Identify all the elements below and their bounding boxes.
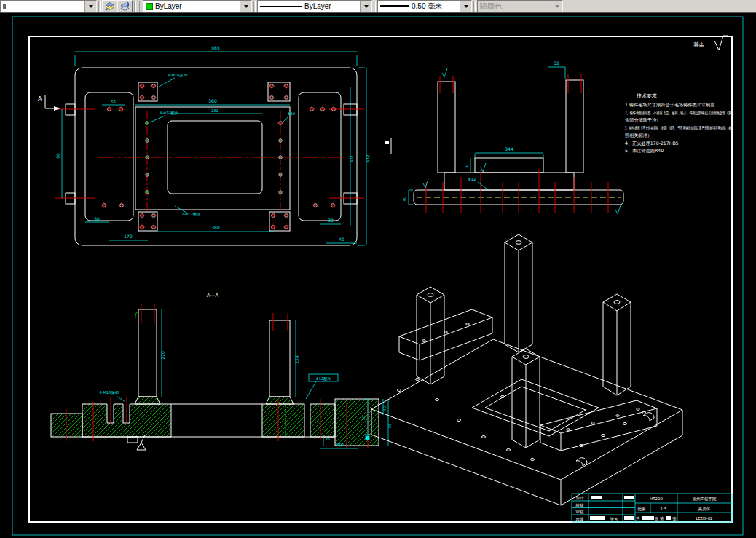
dim-label: 25	[326, 437, 330, 441]
dim-label: 270	[160, 351, 165, 360]
notes-line: 5、未注铸造圆R40	[625, 148, 664, 154]
chevron-down-icon[interactable]	[360, 1, 371, 12]
notes-line: 3、铸件表面上不允许有裂纹、砂眼、缩孔、气孔等铸造缺陷以及严重影响强度等缺陷（参	[625, 125, 731, 131]
layers-icon	[104, 1, 115, 12]
toolbar-separator	[134, 1, 136, 12]
layer-combo-value	[1, 1, 84, 12]
color-value: ByLayer	[155, 2, 182, 10]
section-view: A—A	[51, 293, 392, 450]
surface-finish-note: 其余	[693, 36, 728, 50]
dim-label: 281	[211, 108, 218, 113]
layer-properties-button[interactable]	[102, 0, 117, 12]
student-no-label: 学号	[610, 517, 619, 521]
dim-label: 344	[505, 146, 513, 151]
color-swatch	[146, 3, 153, 10]
color-combo[interactable]: ByLayer	[143, 0, 252, 12]
dim-label: 30	[328, 218, 334, 223]
front-view: 52 344 9 40 Φ12	[385, 60, 623, 214]
lineweight-value: 0.50 毫米	[412, 1, 442, 12]
dim-label: 8-M16深20	[168, 73, 187, 78]
material-value: HT200	[650, 497, 663, 501]
front-dimension-lines	[409, 67, 621, 214]
dim-label: 632	[365, 154, 370, 163]
chevron-down-icon	[551, 1, 562, 12]
redacted-name-box	[642, 516, 654, 520]
drawing-number: LEDS-02	[696, 516, 712, 521]
notes-title: 技术要求	[636, 93, 657, 99]
dim-label: 55	[111, 100, 116, 104]
dim-label: Φ10	[288, 111, 295, 116]
scale-value: 1:5	[661, 507, 667, 511]
section-marker-label: A	[38, 96, 42, 103]
part-name: 夹具体	[698, 507, 711, 511]
dim-label: 30	[361, 416, 366, 420]
lineweight-combo[interactable]: 0.50 毫米	[377, 0, 472, 12]
title-block: 设计 校核 审核 班级 学号 HT200 徐州工程学院 比例 1:5 夹具体 共…	[572, 494, 732, 522]
dim-label: 170	[124, 234, 133, 239]
dim-label: 280	[335, 442, 344, 447]
dim-label: 40	[402, 197, 406, 201]
linetype-combo[interactable]: ByLayer	[257, 0, 372, 12]
redacted-name-box	[624, 496, 634, 499]
title-row-label: 班级	[576, 517, 585, 521]
notes-line: 1.铸件毛坯尺寸须符合于毛坯铸件图尺寸制度	[625, 102, 714, 108]
title-row-label: 设计	[576, 496, 585, 500]
isometric-view: 30	[361, 234, 682, 505]
dim-label: 40	[382, 406, 387, 411]
school-name: 徐州工程学院	[693, 497, 717, 502]
sheet-unit-label: 张 第	[655, 516, 664, 521]
dim-label: 8-M16深40	[99, 390, 119, 395]
dim-label: 380	[211, 225, 220, 230]
roughness-icon	[714, 36, 728, 50]
dim-label: 52	[554, 60, 559, 66]
surface-note-text: 其余	[693, 41, 705, 48]
layer-current-icon	[119, 1, 130, 12]
notes-line: 余部分清除干净）	[625, 117, 661, 123]
dim-label: 254	[294, 355, 299, 364]
make-object-layer-current-button[interactable]	[117, 0, 133, 12]
toolbar-separator	[98, 1, 101, 12]
lineweight-sample-icon	[380, 5, 409, 7]
redacted-name-box	[666, 516, 671, 520]
view-marker	[385, 141, 389, 144]
title-row-label: 审核	[576, 510, 585, 514]
sheet-count-label: 共	[635, 516, 640, 521]
properties-toolbar: ByLayer ByLayer 0.50 毫米 随颜色	[0, 0, 756, 13]
notes-line: 照相关标准）	[625, 132, 652, 138]
technical-notes: 技术要求 1.铸件毛坯尺寸须符合于毛坯铸件图尺寸制度 2、铸件表面须平整，不得有…	[625, 93, 731, 154]
notes-line: 2、铸件表面须平整，不得有飞边、毛刺，铸入工件面上的铸孔口须倒角处理（多	[625, 110, 731, 116]
plan-view: 985 360 281 632 432 90 50 380 170 30 40 …	[38, 45, 370, 245]
section-view-title: A—A	[207, 293, 219, 298]
redacted-name-box	[624, 516, 634, 520]
chevron-down-icon[interactable]	[240, 1, 251, 12]
plan-dimension-lines	[62, 52, 366, 245]
toolbar-separator	[473, 1, 476, 12]
dim-label: Φ12配作	[316, 376, 331, 381]
chevron-down-icon[interactable]	[84, 1, 96, 12]
chevron-down-icon[interactable]	[460, 1, 471, 12]
toolbar-separator	[139, 1, 141, 12]
scale-label: 比例	[638, 507, 646, 512]
front-centerline-ticks	[426, 74, 608, 213]
dim-label: 9	[465, 165, 469, 167]
linetype-value: ByLayer	[304, 2, 331, 10]
redacted-name-box	[590, 516, 605, 520]
linetype-sample-icon	[260, 6, 302, 7]
section-cut-marker: A	[38, 95, 60, 111]
plot-style-value: 随颜色	[480, 1, 502, 12]
plot-style-combo: 随颜色	[477, 0, 563, 12]
dim-label: Φ12	[468, 177, 476, 181]
toolbar-separator	[253, 1, 256, 12]
notes-line: 4、正火处理170-217HBS	[625, 141, 679, 146]
sheet-unit-label2: 张	[672, 516, 677, 521]
dim-label: 985	[211, 45, 220, 50]
dim-label: 432	[350, 155, 354, 162]
layer-state-icon	[3, 4, 6, 9]
dim-label: 90	[55, 153, 60, 159]
dim-label: 4-Φ12配作	[160, 111, 178, 116]
layer-combo[interactable]	[0, 0, 97, 12]
dim-label: 65	[387, 424, 392, 428]
drawing-canvas[interactable]: 其余	[0, 13, 756, 538]
title-row-label: 校核	[575, 503, 585, 507]
sheet-border	[12, 17, 743, 535]
